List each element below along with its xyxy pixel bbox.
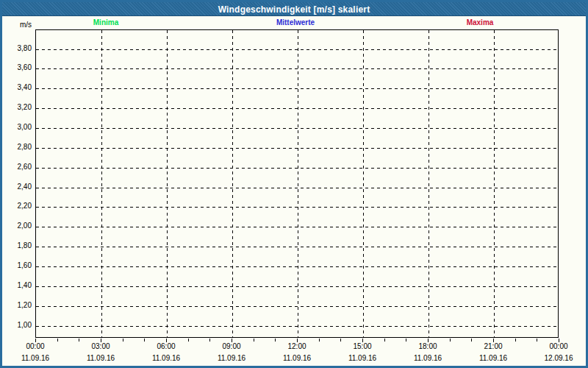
y-tick-label: 3,40	[2, 83, 32, 92]
x-minor-tick	[275, 339, 276, 342]
y-tick-label: 1,20	[2, 301, 32, 310]
y-tick-label: 2,20	[2, 202, 32, 210]
y-gridline	[36, 306, 558, 307]
x-minor-tick	[254, 339, 254, 342]
legend-minima: Minima	[93, 18, 118, 27]
x-date-label: 11.09.16	[208, 354, 255, 363]
y-gridline	[36, 188, 558, 188]
x-minor-tick	[406, 339, 406, 342]
y-gridline	[36, 168, 558, 169]
y-gridline	[36, 227, 558, 227]
y-tick-label: 2,80	[2, 143, 32, 152]
y-gridline	[36, 207, 558, 208]
chart-window: Windgeschwindigkeit [m/s] skaliert Minim…	[0, 0, 588, 368]
x-date-label: 11.09.16	[339, 354, 386, 363]
x-gridline	[429, 30, 429, 337]
x-minor-tick	[537, 339, 537, 342]
x-date-label: 11.09.16	[404, 354, 451, 363]
x-date-label: 11.09.16	[273, 354, 320, 363]
x-time-label: 00:00	[535, 342, 582, 351]
x-minor-tick	[144, 339, 145, 342]
x-minor-tick	[384, 339, 385, 342]
legend-maxima: Maxima	[467, 18, 494, 27]
plot-area	[35, 29, 559, 338]
x-date-label: 12.09.16	[535, 354, 582, 363]
x-gridline	[298, 30, 298, 337]
y-gridline	[36, 128, 558, 129]
window-title: Windgeschwindigkeit [m/s] skaliert	[218, 3, 370, 17]
x-minor-tick	[471, 339, 472, 342]
x-date-label: 11.09.16	[470, 354, 517, 363]
window-titlebar: Windgeschwindigkeit [m/s] skaliert	[2, 2, 586, 16]
x-time-label: 06:00	[143, 342, 190, 351]
y-tick-label: 3,20	[2, 103, 32, 112]
x-time-label: 18:00	[404, 342, 451, 351]
x-minor-tick	[450, 339, 451, 342]
y-gridline	[36, 68, 558, 69]
x-minor-tick	[209, 339, 210, 342]
x-minor-tick	[319, 339, 320, 342]
x-minor-tick	[515, 339, 516, 342]
y-gridline	[36, 148, 558, 149]
y-gridline	[36, 108, 558, 109]
x-gridline	[232, 30, 233, 337]
y-gridline	[36, 49, 558, 50]
x-date-label: 11.09.16	[143, 354, 190, 363]
y-tick-label: 3,00	[2, 123, 32, 132]
x-minor-tick	[123, 339, 123, 342]
x-time-label: 12:00	[273, 342, 320, 351]
x-time-label: 00:00	[12, 342, 59, 351]
y-gridline	[36, 326, 558, 327]
x-time-label: 03:00	[77, 342, 124, 351]
x-gridline	[363, 30, 364, 337]
y-tick-label: 1,60	[2, 261, 32, 270]
y-tick-label: 2,60	[2, 163, 32, 171]
x-time-label: 09:00	[208, 342, 255, 351]
x-gridline	[167, 30, 168, 337]
y-axis-unit-label: m/s	[2, 21, 32, 29]
y-tick-label: 1,40	[2, 281, 32, 290]
x-date-label: 11.09.16	[12, 354, 59, 363]
x-minor-tick	[79, 339, 79, 342]
x-minor-tick	[57, 339, 58, 342]
y-tick-label: 3,60	[2, 63, 32, 72]
y-tick-label: 2,00	[2, 222, 32, 230]
x-gridline	[494, 30, 495, 337]
y-gridline	[36, 286, 558, 287]
x-minor-tick	[188, 339, 189, 342]
x-time-label: 15:00	[339, 342, 386, 351]
y-tick-label: 3,80	[2, 44, 32, 53]
y-tick-label: 2,40	[2, 183, 32, 191]
x-gridline	[101, 30, 102, 337]
y-tick-label: 1,80	[2, 241, 32, 250]
x-minor-tick	[340, 339, 341, 342]
y-gridline	[36, 247, 558, 247]
x-date-label: 11.09.16	[77, 354, 124, 363]
y-gridline	[36, 88, 558, 89]
y-tick-label: 1,00	[2, 321, 32, 330]
legend-mittelwerte: Mittelwerte	[276, 18, 315, 27]
y-gridline	[36, 266, 558, 267]
x-time-label: 21:00	[470, 342, 517, 351]
